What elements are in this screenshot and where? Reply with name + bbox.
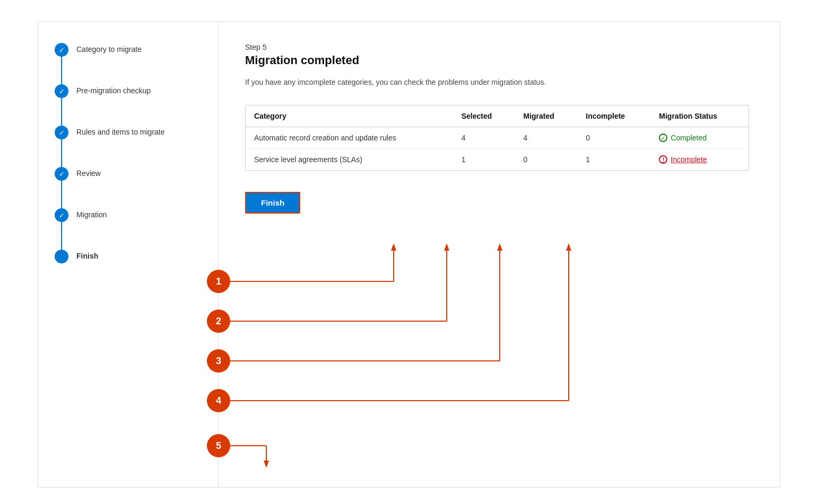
- row2-migration-status: ! Incomplete: [650, 149, 749, 171]
- step-1-icon: ✓: [55, 43, 68, 57]
- step-6-label: Finish: [76, 250, 98, 262]
- col-header-migrated: Migrated: [515, 105, 577, 127]
- main-content: Step 5 Migration completed If you have a…: [219, 22, 780, 487]
- step-4-icon: ✓: [55, 167, 68, 181]
- svg-marker-5: [444, 243, 449, 251]
- row1-selected: 4: [453, 127, 515, 149]
- row1-incomplete: 0: [577, 127, 650, 149]
- row2-selected: 1: [453, 149, 515, 171]
- step-6: Finish: [54, 250, 202, 263]
- callout-1: 1: [207, 270, 230, 293]
- step-3: ✓ Rules and items to migrate: [54, 126, 202, 167]
- status-completed: ✓ Completed: [659, 134, 740, 142]
- finish-button-row: Finish: [245, 192, 753, 214]
- row2-category: Service level agreements (SLAs): [246, 149, 453, 171]
- row1-migrated: 4: [515, 127, 577, 149]
- svg-marker-14: [264, 461, 269, 468]
- status-incomplete[interactable]: ! Incomplete: [659, 155, 740, 164]
- step-2-label: Pre-migration checkup: [76, 84, 151, 96]
- finish-button[interactable]: Finish: [245, 192, 300, 214]
- completed-label: Completed: [671, 134, 707, 142]
- row1-migration-status: ✓ Completed: [650, 127, 749, 149]
- step-2-icon: ✓: [55, 84, 68, 98]
- incomplete-label[interactable]: Incomplete: [671, 155, 707, 164]
- row2-incomplete: 1: [577, 149, 650, 171]
- step-5: ✓ Migration: [54, 208, 202, 250]
- svg-marker-8: [497, 243, 502, 251]
- row1-category: Automatic record creation and update rul…: [246, 127, 453, 149]
- step-6-icon: [55, 250, 68, 263]
- step-4: ✓ Review: [54, 167, 202, 208]
- incomplete-icon: !: [659, 155, 667, 164]
- step-5-label: Migration: [76, 208, 107, 220]
- sidebar: ✓ Category to migrate ✓ Pre-migration ch…: [38, 22, 219, 487]
- callout-2: 2: [207, 310, 230, 333]
- step-1-label: Category to migrate: [76, 43, 142, 55]
- col-header-category: Category: [246, 105, 453, 127]
- step-1: ✓ Category to migrate: [54, 43, 202, 84]
- migration-table: Category Selected Migrated Incomplete Mi…: [246, 105, 749, 170]
- svg-marker-2: [391, 243, 396, 251]
- table-row: Service level agreements (SLAs) 1 0 1 ! …: [246, 149, 749, 171]
- step-3-icon: ✓: [55, 126, 68, 139]
- completed-icon: ✓: [659, 134, 667, 142]
- col-header-migration-status: Migration Status: [650, 105, 749, 127]
- callout-5: 5: [207, 434, 230, 457]
- step-4-label: Review: [76, 167, 101, 179]
- step-title: Migration completed: [245, 54, 753, 67]
- col-header-incomplete: Incomplete: [577, 105, 650, 127]
- migration-table-wrapper: Category Selected Migrated Incomplete Mi…: [245, 105, 749, 171]
- step-2: ✓ Pre-migration checkup: [54, 84, 202, 126]
- col-header-selected: Selected: [453, 105, 515, 127]
- step-5-icon: ✓: [55, 208, 68, 222]
- row2-migrated: 0: [515, 149, 577, 171]
- table-row: Automatic record creation and update rul…: [246, 127, 749, 149]
- step-description: If you have any imcomplete categories, y…: [245, 77, 616, 88]
- callout-4: 4: [207, 389, 230, 412]
- callout-3: 3: [207, 349, 230, 373]
- arrows-svg: [219, 22, 780, 487]
- step-subtitle: Step 5: [245, 43, 753, 51]
- step-3-label: Rules and items to migrate: [76, 126, 165, 138]
- svg-marker-11: [566, 243, 571, 251]
